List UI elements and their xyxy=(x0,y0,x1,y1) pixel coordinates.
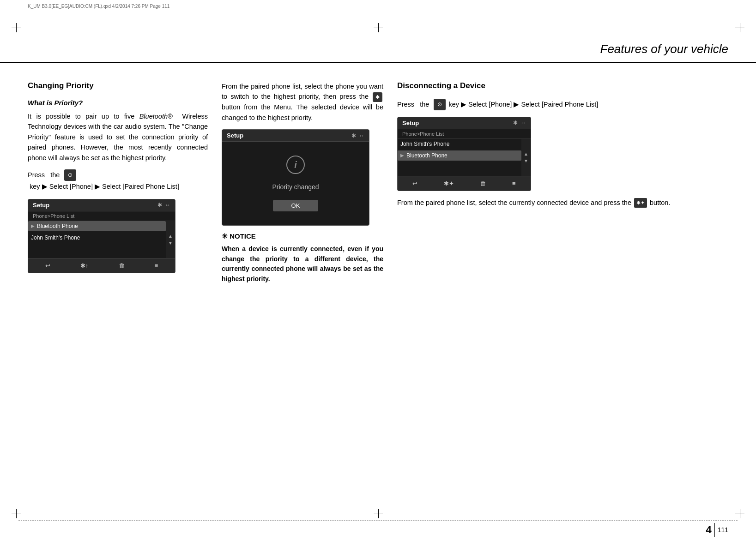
priority-inline-btn: ✱ xyxy=(373,92,382,102)
notice-body: When a device is currently connected, ev… xyxy=(222,244,383,284)
page-num: 111 xyxy=(718,526,728,534)
setup-icon-star-right: ✱ xyxy=(513,120,518,126)
setup-icon-arrows-left: ↔ xyxy=(165,202,170,208)
bottom-area: 4 111 xyxy=(0,509,756,546)
footer-back-right[interactable]: ↩ xyxy=(410,179,420,188)
notice-box: ✳ NOTICE When a device is currently conn… xyxy=(222,232,383,284)
priority-icon-arrows: ↔ xyxy=(359,132,364,139)
scroll-down-left: ▼ xyxy=(168,240,173,246)
setup-header-icons-right: ✱ ↔ xyxy=(513,120,526,126)
disconnecting-title: Disconnecting a Device xyxy=(397,81,728,90)
key-button-right: ⊙ xyxy=(434,99,446,110)
what-is-priority-body: It is possible to pair up to five Blueto… xyxy=(28,111,208,163)
priority-header-icons: ✱ ↔ xyxy=(351,132,364,139)
page-header: Features of your vehicle xyxy=(0,0,756,63)
setup-row-john-right: John Smith's Phone xyxy=(398,139,521,149)
setup-footer-right: ↩ ✱✦ 🗑 ≡ xyxy=(398,176,531,191)
footer-menu-left[interactable]: ≡ xyxy=(152,261,161,270)
press-text-1: Press the xyxy=(28,169,63,181)
column-middle: From the paired phone list, select the p… xyxy=(222,81,397,284)
column-left: Changing Priority What is Priority? It i… xyxy=(28,81,222,284)
chapter-number: 4 xyxy=(706,524,711,536)
spacer-left xyxy=(28,244,166,258)
setup-icon-arrows-right: ↔ xyxy=(520,120,526,126)
press-text-right-2: key ▶ Select [Phone] ▶ Select [Paired Ph… xyxy=(447,99,598,110)
setup-header-left: Setup ✱ ↔ xyxy=(28,199,175,211)
priority-screen-body: i Priority changed OK xyxy=(222,142,369,225)
dashed-line xyxy=(18,520,738,521)
setup-row-john-left: John Smith's Phone xyxy=(28,233,166,243)
bluetooth-phone-text-right: Bluetooth Phone xyxy=(406,152,448,159)
priority-screen-header: Setup ✱ ↔ xyxy=(222,130,369,142)
disconnect-inline-btn: ✱✦ xyxy=(634,198,647,208)
setup-icon-star-left: ✱ xyxy=(157,202,162,208)
setup-footer-left: ↩ ✱↑ 🗑 ≡ xyxy=(28,258,175,273)
what-is-priority-subtitle: What is Priority? xyxy=(28,99,208,107)
priority-icon-star: ✱ xyxy=(351,132,356,139)
info-i-letter: i xyxy=(294,160,297,170)
setup-rows-right: John Smith's Phone ▶ Bluetooth Phone xyxy=(398,139,521,176)
from-text-right: From the paired phone list, select the c… xyxy=(397,198,728,208)
footer-back-left[interactable]: ↩ xyxy=(42,261,53,270)
setup-body-left: ▶ Bluetooth Phone John Smith's Phone ▲ ▼ xyxy=(28,221,175,258)
page-title: Features of your vehicle xyxy=(600,42,728,56)
setup-subtitle-right: Phone>Phone List xyxy=(398,129,531,139)
press-text-right-1: Press the xyxy=(397,99,433,110)
footer-disconnect-right[interactable]: ✱✦ xyxy=(441,179,457,188)
john-phone-text-left: John Smith's Phone xyxy=(31,234,80,241)
setup-body-right: John Smith's Phone ▶ Bluetooth Phone ▲ ▼ xyxy=(398,139,531,176)
setup-screen-left: Setup ✱ ↔ Phone>Phone List ▶ Bluetooth P… xyxy=(28,199,175,273)
setup-screen-right: Setup ✱ ↔ Phone>Phone List John Smith's … xyxy=(397,117,531,191)
priority-changed-text: Priority changed xyxy=(272,183,319,191)
priority-screen: Setup ✱ ↔ i Priority changed OK xyxy=(222,129,369,226)
column-right: Disconnecting a Device Press the ⊙ key ▶… xyxy=(397,81,728,284)
setup-rows-left: ▶ Bluetooth Phone John Smith's Phone xyxy=(28,221,166,258)
setup-title-right: Setup xyxy=(402,120,419,126)
priority-screen-title: Setup xyxy=(227,132,243,139)
from-text-middle: From the paired phone list, select the p… xyxy=(222,81,383,123)
press-text-2: key ▶ Select [Phone] ▶ Select [Paired Ph… xyxy=(28,181,179,192)
setup-row-bluetooth-left: ▶ Bluetooth Phone xyxy=(28,221,166,231)
info-icon: i xyxy=(286,156,305,174)
priority-ok-button[interactable]: OK xyxy=(273,200,319,211)
press-instruction-left: Press the ⊙ key ▶ Select [Phone] ▶ Selec… xyxy=(28,169,208,192)
page-number-area: 4 111 xyxy=(706,523,728,537)
press-instruction-right: Press the ⊙ key ▶ Select [Phone] ▶ Selec… xyxy=(397,99,728,110)
spacer-right xyxy=(398,162,521,176)
setup-header-right: Setup ✱ ↔ xyxy=(398,117,531,129)
notice-star-icon: ✳ xyxy=(222,232,228,240)
main-content: Changing Priority What is Priority? It i… xyxy=(0,63,756,303)
notice-title: ✳ NOTICE xyxy=(222,232,383,240)
setup-row-bluetooth-right: ▶ Bluetooth Phone xyxy=(398,150,521,161)
footer-menu-right[interactable]: ≡ xyxy=(509,179,519,188)
footer-delete-right[interactable]: 🗑 xyxy=(477,179,489,188)
play-icon-right: ▶ xyxy=(400,153,404,158)
scrollbar-left[interactable]: ▲ ▼ xyxy=(166,221,175,258)
page-num-divider xyxy=(714,523,715,537)
play-icon-left: ▶ xyxy=(31,223,35,228)
bluetooth-phone-text-left: Bluetooth Phone xyxy=(37,223,78,229)
changing-priority-title: Changing Priority xyxy=(28,81,208,90)
setup-header-icons-left: ✱ ↔ xyxy=(157,202,170,208)
key-button-left: ⊙ xyxy=(64,169,76,180)
john-phone-text-right: John Smith's Phone xyxy=(400,141,449,147)
footer-delete-left[interactable]: 🗑 xyxy=(116,261,127,270)
scroll-up-left: ▲ xyxy=(168,234,173,239)
scrollbar-right[interactable]: ▲ ▼ xyxy=(521,139,531,176)
setup-title-left: Setup xyxy=(33,202,49,209)
setup-subtitle-left: Phone>Phone List xyxy=(28,211,175,221)
footer-priority-left[interactable]: ✱↑ xyxy=(78,261,91,270)
scroll-down-right: ▼ xyxy=(524,158,528,163)
scroll-up-right: ▲ xyxy=(524,151,528,156)
